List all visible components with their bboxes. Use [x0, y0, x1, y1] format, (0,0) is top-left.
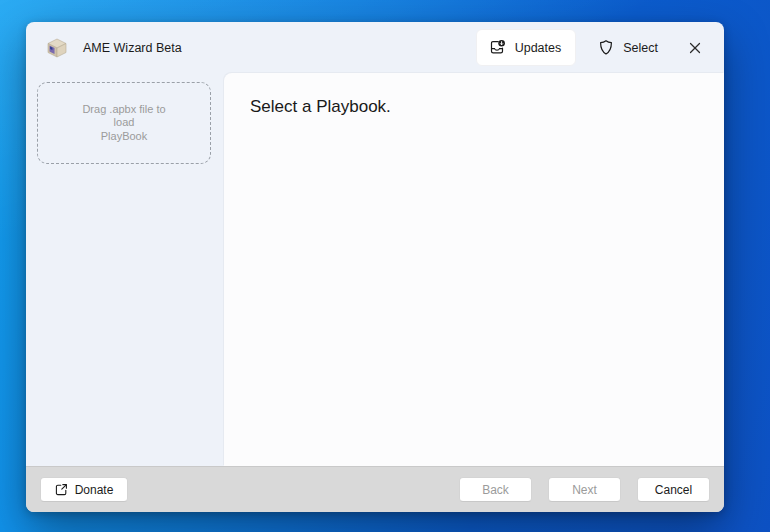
select-button[interactable]: Select	[586, 30, 670, 65]
footer-bar: Donate Back Next Cancel	[26, 466, 724, 512]
select-button-label: Select	[623, 41, 658, 55]
ame-wizard-window: AME Wizard Beta Updates	[26, 22, 724, 512]
cancel-button[interactable]: Cancel	[637, 477, 710, 502]
donate-button[interactable]: Donate	[40, 477, 128, 502]
next-button[interactable]: Next	[548, 477, 621, 502]
next-button-label: Next	[572, 483, 597, 497]
titlebar: AME Wizard Beta Updates	[26, 22, 724, 73]
wizard-nav-buttons: Back Next Cancel	[459, 477, 710, 502]
back-button[interactable]: Back	[459, 477, 532, 502]
back-button-label: Back	[482, 483, 509, 497]
sidebar: Drag .apbx file to load PlayBook	[26, 73, 224, 466]
cancel-button-label: Cancel	[655, 483, 692, 497]
updates-button-label: Updates	[515, 41, 562, 55]
open-external-icon	[55, 483, 68, 496]
desktop-background: AME Wizard Beta Updates	[0, 0, 770, 532]
app-cube-icon	[45, 36, 69, 60]
close-button[interactable]	[680, 33, 710, 63]
main-content: Select a Playbook.	[224, 73, 724, 466]
page-title: Select a Playbook.	[250, 97, 391, 117]
titlebar-actions: Updates Select	[476, 29, 724, 66]
shield-icon	[598, 39, 614, 56]
window-title: AME Wizard Beta	[83, 41, 182, 55]
playbook-dropzone[interactable]: Drag .apbx file to load PlayBook	[37, 82, 211, 164]
updates-button[interactable]: Updates	[476, 29, 577, 66]
donate-button-label: Donate	[75, 483, 114, 497]
close-icon	[688, 41, 702, 55]
dropzone-label: Drag .apbx file to load PlayBook	[82, 103, 165, 143]
tray-with-update-badge-icon	[489, 39, 506, 56]
